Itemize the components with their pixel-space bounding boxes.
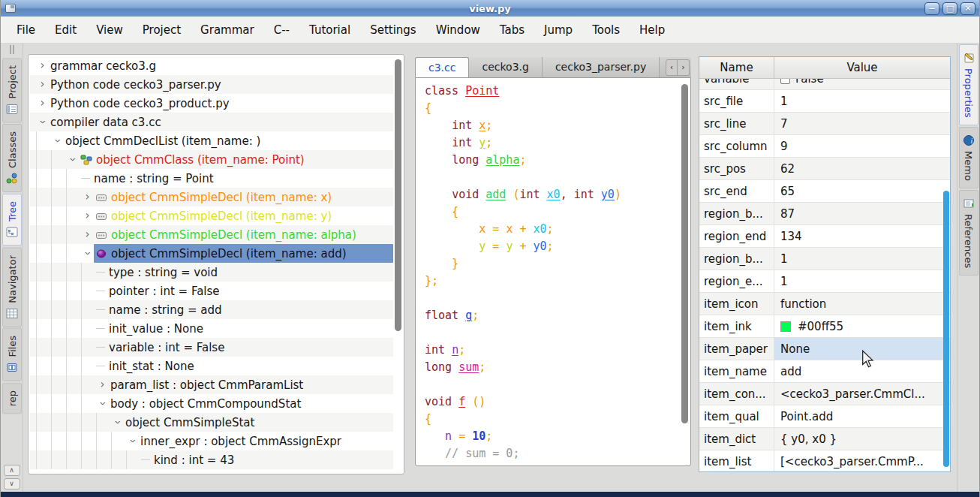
property-row[interactable]: item_paperNone [699,338,950,360]
property-value[interactable]: 7 [774,113,950,134]
property-row[interactable]: item_qualPoint.add [699,405,950,428]
property-value[interactable]: 9 [774,135,950,157]
property-value[interactable]: 1 [774,90,950,112]
tree-row[interactable]: ›param_list : object CmmParamList [30,375,393,394]
tree-row[interactable]: name : string = add [30,300,393,319]
menu-item-window[interactable]: Window [426,17,490,43]
maximize-button[interactable]: □ [942,2,957,15]
tree-scrollbar-thumb[interactable] [395,59,401,331]
property-row[interactable]: region_end134 [699,225,950,248]
property-row[interactable]: item_list[<cecko3_parser.CmmP... [699,450,950,472]
property-row[interactable]: region_e...1 [699,270,950,293]
sidebar-tab-memo[interactable]: iMemo [959,127,978,188]
property-value[interactable]: [<cecko3_parser.CmmP... [774,450,950,472]
menu-item-jump[interactable]: Jump [534,17,582,43]
code-editor-panel[interactable]: class Point{ int x; int y; long alpha; v… [415,77,691,466]
scroll-up-button[interactable]: ∧ [4,465,20,476]
expand-arrow-icon[interactable]: › [36,94,49,113]
property-row[interactable]: item_nameadd [699,360,950,383]
sidebar-tab-classes[interactable]: Classes [2,124,22,192]
sidebar-tab-references[interactable]: References [959,190,978,276]
menu-item-grammar[interactable]: Grammar [191,17,264,43]
property-row[interactable]: item_dict{ y0, x0 } [699,428,950,450]
property-row[interactable]: variableFalse [699,79,950,90]
expand-arrow-icon[interactable]: › [81,188,94,206]
property-value[interactable]: False [774,79,950,89]
tree-row[interactable]: ›body : object CmmCompoundStat [30,394,393,413]
property-value[interactable]: 1 [774,270,950,292]
property-value[interactable]: 1 [774,248,950,270]
editor-scrollbar-thumb[interactable] [681,84,688,423]
collapse-arrow-icon[interactable]: › [108,416,127,429]
editor-scrollbar[interactable] [681,80,689,464]
property-row[interactable]: src_pos62 [699,158,950,180]
tree-row[interactable]: ›object CmmSimpleDecl (item_name: alpha) [30,225,393,244]
tree-row[interactable]: ›Python code cecko3_product.py [30,94,393,113]
property-row[interactable]: item_con...<cecko3_parser.CmmCl... [699,383,950,405]
tree-row[interactable]: kind : int = 43 [30,450,393,469]
tree-row[interactable]: ›object CmmClass (item_name: Point) [30,150,393,169]
property-row[interactable]: region_b...1 [699,248,950,270]
property-value[interactable]: 62 [774,158,950,179]
expand-arrow-icon[interactable]: › [36,75,49,94]
tree-row[interactable]: name : string = Point [30,169,393,188]
close-button[interactable]: ✕ [960,2,975,15]
collapse-arrow-icon[interactable]: › [123,435,142,447]
properties-scrollbar[interactable] [943,80,949,471]
property-row[interactable]: src_column9 [699,135,950,158]
tree-row[interactable]: ›object CmmDeclList (item_name: ) [30,131,393,150]
expand-arrow-icon[interactable]: › [96,375,109,394]
tree-row[interactable]: ›object CmmSimpleDecl (item_name: y) [30,206,393,225]
menu-item-tabs[interactable]: Tabs [490,17,534,43]
menu-item-project[interactable]: Project [133,17,191,43]
tree-row[interactable]: ›inner_expr : object CmmAssignExpr [30,432,393,450]
tree-row[interactable]: init_stat : None [30,357,393,375]
collapse-arrow-icon[interactable]: › [63,153,82,166]
scroll-down-button[interactable]: ∨ [4,478,20,489]
tree-row[interactable]: ›object CmmSimpleStat [30,413,393,432]
property-value[interactable]: Point.add [774,405,950,427]
window-resize-border[interactable] [1,492,979,497]
minimize-button[interactable]: − [924,2,939,15]
menu-item-help[interactable]: Help [630,17,675,43]
property-value[interactable]: { y0, x0 } [774,428,950,450]
menu-item-settings[interactable]: Settings [360,17,426,43]
sidebar-tab-rep[interactable]: rep [2,383,22,414]
sidebar-tab-properties[interactable]: Properties [959,44,978,125]
property-value[interactable]: 65 [774,180,950,202]
name-column-header[interactable]: Name [699,57,774,78]
menu-item-edit[interactable]: Edit [45,17,86,43]
collapse-arrow-icon[interactable]: › [48,134,67,147]
tree-row[interactable]: ›grammar cecko3.g [30,56,393,75]
collapse-arrow-icon[interactable]: › [78,247,97,260]
property-row[interactable]: item_iconfunction [699,293,950,315]
tree-row[interactable]: pointer : int = False [30,282,393,300]
property-row[interactable]: region_b...87 [699,203,950,225]
menu-item-tools[interactable]: Tools [582,17,630,43]
property-value[interactable]: <cecko3_parser.CmmCl... [774,383,950,405]
expand-arrow-icon[interactable]: › [36,56,49,75]
property-value[interactable]: 134 [774,225,950,247]
property-value[interactable]: #00ff55 [774,315,950,337]
tree-row[interactable]: type : string = void [30,263,393,282]
property-row[interactable]: src_file1 [699,90,950,113]
property-row[interactable]: src_line7 [699,113,950,135]
sidebar-tab-tree[interactable]: Tree [2,194,22,245]
code-area[interactable]: class Point{ int x; int y; long alpha; v… [425,83,678,465]
tree-row[interactable]: ›object CmmSimpleDecl (item_name: x) [30,188,393,206]
tree-row[interactable]: ›compiler data c3.cc [30,113,393,131]
tree-row[interactable]: ›object CmmSimpleDecl (item_name: add) [30,244,393,263]
menu-item-file[interactable]: File [7,17,45,43]
sidebar-tab-navigator[interactable]: Navigator [2,248,22,327]
drag-handle-icon[interactable] [10,45,14,54]
collapse-arrow-icon[interactable]: › [93,397,112,410]
property-row[interactable]: item_ink#00ff55 [699,315,950,338]
property-row[interactable]: src_end65 [699,180,950,203]
menu-item-tutorial[interactable]: Tutorial [299,17,360,43]
editor-tab-cecko3-g[interactable]: cecko3.g [469,57,542,77]
expand-arrow-icon[interactable]: › [81,206,94,225]
menu-item-view[interactable]: View [86,17,133,43]
tree-row[interactable]: variable : int = False [30,338,393,357]
editor-tab-cecko3-parser-py[interactable]: cecko3_parser.py [543,57,660,77]
tree-row[interactable]: init_value : None [30,319,393,338]
